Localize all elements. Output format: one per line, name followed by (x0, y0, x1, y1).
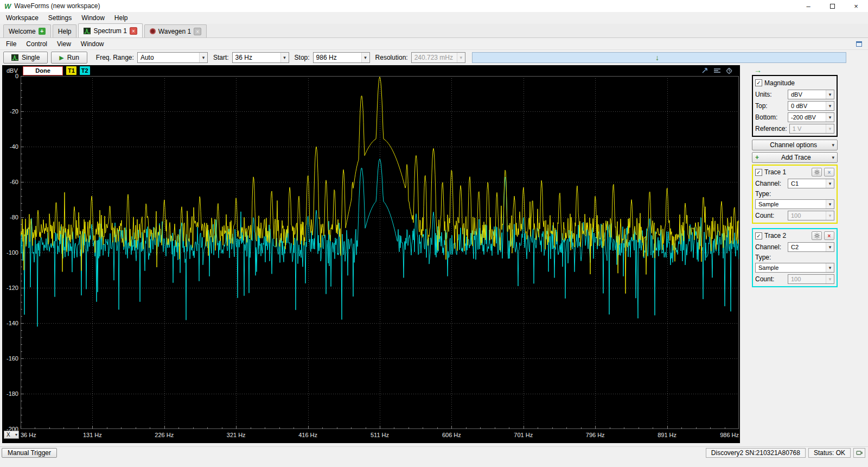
chevron-down-icon: ▾ (15, 432, 18, 437)
reference-select: 1 V ▾ (789, 124, 834, 134)
resolution-label: Resolution: (375, 54, 408, 61)
trace1-type-value: Sample (758, 201, 778, 207)
waveforms-window: W WaveForms (new workspace) – × Workspac… (0, 0, 868, 467)
bottom-value: -200 dBV (791, 114, 816, 121)
trace1-channel-value: C1 (791, 180, 799, 187)
cursors-icon[interactable] (713, 67, 722, 74)
trace2-close-button[interactable]: × (824, 231, 834, 240)
device-status-icon[interactable] (853, 448, 865, 458)
trace2-count-label: Count: (755, 275, 774, 283)
export-plot-icon[interactable] (701, 67, 710, 74)
panel-arrow-row: → (752, 65, 838, 75)
trace1-close-button[interactable]: × (824, 168, 834, 176)
tabbar: Welcome + Help Spectrum 1 × Wavegen 1 × (0, 24, 868, 38)
menu-window-instrument[interactable]: Window (76, 39, 109, 49)
run-button[interactable]: ▶ Run (51, 52, 87, 64)
x-tick-label: 36 Hz (21, 432, 36, 438)
float-window-icon[interactable] (856, 41, 863, 47)
x-tick-label: 321 Hz (227, 432, 246, 438)
x-axis-mode-select[interactable]: X ▾ (4, 431, 19, 439)
add-trace-button[interactable]: + Add Trace ▾ (752, 152, 838, 163)
chevron-down-icon: ▾ (280, 53, 289, 62)
trace2-type-select[interactable]: Sample ▾ (755, 263, 834, 273)
menu-window[interactable]: Window (76, 13, 110, 23)
start-select[interactable]: 36 Hz ▾ (232, 52, 289, 63)
tab-help[interactable]: Help (53, 24, 77, 37)
magnitude-label: Magnitude (764, 79, 795, 87)
plot-header-icons (701, 67, 733, 74)
bottom-select[interactable]: -200 dBV ▾ (788, 112, 834, 122)
trace2-settings-icon[interactable] (812, 231, 822, 240)
y-tick-label: -180 (7, 390, 18, 397)
trace1-type-select[interactable]: Sample ▾ (755, 199, 834, 209)
spectrum-plot-widget: dBV Done T1 T2 0-20-40-60-80-100-120-140… (2, 65, 740, 443)
trace1-count-label: Count: (755, 212, 774, 219)
resolution-select: 240.723 mHz ▾ (411, 52, 465, 63)
menu-help[interactable]: Help (110, 13, 133, 23)
x-tick-label: 131 Hz (83, 432, 102, 438)
bottom-label: Bottom: (755, 113, 777, 121)
units-select[interactable]: dBV ▾ (788, 90, 834, 99)
menu-file[interactable]: File (1, 39, 21, 49)
y-tick-label: -60 (10, 179, 18, 185)
statusbar: Manual Trigger Discovery2 SN:210321A8076… (0, 446, 868, 458)
chevron-down-icon: ▾ (832, 155, 834, 160)
tab-welcome[interactable]: Welcome + (3, 24, 51, 37)
top-value: 0 dBV (791, 103, 807, 109)
app-logo-icon: W (4, 2, 11, 10)
tab-spectrum-label: Spectrum 1 (93, 27, 126, 35)
trace2-channel-label: Channel: (755, 243, 781, 251)
trace1-settings-icon[interactable] (812, 168, 822, 176)
menu-control[interactable]: Control (21, 39, 52, 49)
freq-range-label: Freq. Range: (96, 54, 134, 61)
close-wavegen-tab-button[interactable]: × (194, 28, 201, 35)
magnitude-checkbox[interactable]: ✓ (755, 79, 762, 86)
close-button[interactable]: × (844, 0, 868, 12)
y-tick-label: -160 (7, 355, 18, 362)
chevron-down-icon: ▾ (361, 53, 369, 62)
run-icon: ▶ (59, 54, 63, 61)
chevron-down-icon: ▾ (457, 53, 465, 62)
menu-workspace[interactable]: Workspace (1, 13, 43, 23)
chevron-down-icon: ▾ (826, 263, 834, 272)
plot-settings-icon[interactable] (725, 67, 733, 74)
tab-wavegen[interactable]: Wavegen 1 × (144, 24, 207, 37)
t1-badge[interactable]: T1 (66, 66, 76, 75)
x-axis-labels: 36 Hz131 Hz226 Hz321 Hz416 Hz511 Hz606 H… (21, 432, 739, 439)
chevron-down-icon: ▾ (826, 102, 834, 110)
chevron-down-icon: ▾ (826, 200, 834, 209)
freq-range-select[interactable]: Auto ▾ (137, 52, 208, 63)
manual-trigger-button[interactable]: Manual Trigger (2, 448, 57, 458)
channel-options-button[interactable]: Channel options ▾ (752, 140, 838, 150)
trace1-channel-select[interactable]: C1 ▾ (788, 179, 834, 188)
status-badge: Status: OK (808, 448, 851, 458)
add-instrument-icon[interactable]: + (39, 28, 46, 35)
main-menubar: Workspace Settings Window Help (0, 12, 868, 24)
chevron-down-icon: ▾ (826, 179, 834, 188)
window-title: WaveForms (new workspace) (14, 2, 100, 10)
spectrum-settings-panel: → ✓ Magnitude Units: dBV ▾ Top: 0 dBV ▾ (752, 65, 838, 292)
single-icon (11, 54, 18, 61)
close-spectrum-tab-button[interactable]: × (130, 27, 137, 35)
minimize-button[interactable]: – (796, 0, 820, 12)
collapse-panel-icon[interactable]: → (754, 66, 762, 74)
single-button[interactable]: Single (3, 52, 48, 64)
maximize-button[interactable] (820, 0, 844, 12)
tab-spectrum[interactable]: Spectrum 1 × (78, 23, 142, 37)
trace2-group: ✓ Trace 2 × Channel: C2 ▾ Type: (752, 228, 838, 287)
spectrum-plot-canvas[interactable] (21, 76, 739, 429)
spectrum-toolbar: Single ▶ Run Freq. Range: Auto ▾ Start: … (0, 50, 868, 65)
top-select[interactable]: 0 dBV ▾ (788, 101, 834, 111)
x-tick-label: 986 Hz (720, 432, 739, 438)
stop-select[interactable]: 986 Hz ▾ (313, 52, 370, 63)
t2-badge[interactable]: T2 (80, 66, 90, 75)
x-tick-label: 796 Hz (586, 432, 605, 438)
single-button-label: Single (22, 54, 40, 61)
trace1-checkbox[interactable]: ✓ (755, 169, 762, 176)
menu-view[interactable]: View (52, 39, 76, 49)
trace2-checkbox[interactable]: ✓ (755, 232, 762, 239)
x-axis: X ▾ 36 Hz131 Hz226 Hz321 Hz416 Hz511 Hz6… (2, 429, 740, 443)
trace2-channel-select[interactable]: C2 ▾ (788, 242, 834, 252)
menu-settings[interactable]: Settings (43, 13, 76, 23)
trace2-count-select: 100 ▾ (788, 274, 834, 284)
